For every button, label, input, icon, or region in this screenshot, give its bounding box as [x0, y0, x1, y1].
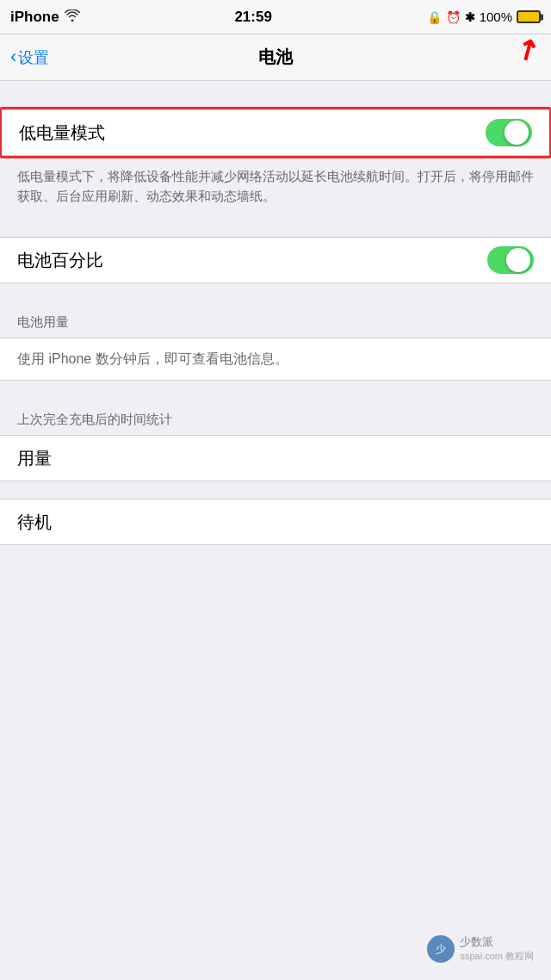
device-name: iPhone	[10, 9, 59, 26]
back-label: 设置	[18, 47, 49, 68]
battery-percentage-toggle[interactable]	[487, 246, 534, 274]
battery-icon	[517, 10, 541, 23]
battery-info-row: 使用 iPhone 数分钟后，即可查看电池信息。	[0, 338, 551, 380]
battery-percent-text: 100%	[480, 9, 512, 24]
watermark-text: 少数派 sspai.com 教程网	[460, 935, 534, 962]
toggle-thumb-2	[506, 248, 530, 272]
battery-percentage-label: 电池百分比	[17, 249, 103, 272]
watermark-url: sspai.com 教程网	[460, 950, 534, 962]
status-left: iPhone	[10, 9, 80, 26]
bluetooth-status-icon: ✱	[465, 10, 475, 24]
time-display: 21:59	[234, 9, 271, 26]
watermark-logo: 少	[427, 935, 455, 963]
bottom-gap	[0, 545, 551, 571]
back-button[interactable]: ‹ 设置	[10, 47, 49, 68]
usage-label: 用量	[17, 447, 52, 470]
section-gap-3	[0, 283, 551, 301]
section-gap-2	[0, 220, 551, 237]
back-arrow-icon: ‹	[10, 47, 16, 66]
low-power-row[interactable]: 低电量模式	[2, 110, 549, 155]
usage-section: 用量	[0, 435, 551, 481]
arrow-annotation: ↗	[511, 32, 544, 67]
page-title: 电池	[258, 46, 293, 69]
status-right: 🔒 ⏰ ✱ 100%	[427, 9, 541, 24]
standby-row[interactable]: 待机	[0, 499, 551, 544]
section-gap-4	[0, 381, 551, 398]
section-gap-5	[0, 481, 551, 499]
low-power-description: 低电量模式下，将降低设备性能并减少网络活动以延长电池续航时间。打开后，将停用邮件…	[0, 158, 551, 220]
battery-usage-section: 使用 iPhone 数分钟后，即可查看电池信息。	[0, 338, 551, 381]
usage-row[interactable]: 用量	[0, 436, 551, 481]
battery-info-text: 使用 iPhone 数分钟后，即可查看电池信息。	[17, 350, 288, 369]
battery-percentage-section: 电池百分比	[0, 237, 551, 283]
lock-status-icon: 🔒	[427, 10, 442, 24]
low-power-label: 低电量模式	[19, 121, 105, 145]
low-power-toggle[interactable]	[486, 119, 532, 146]
content-area: 低电量模式 低电量模式下，将降低设备性能并减少网络活动以延长电池续航时间。打开后…	[0, 81, 551, 571]
toggle-thumb	[505, 121, 529, 145]
battery-usage-header: 电池用量	[0, 301, 551, 338]
nav-bar: ‹ 设置 电池 ↗	[0, 34, 551, 81]
alarm-status-icon: ⏰	[446, 10, 461, 24]
low-power-section: 低电量模式	[2, 109, 549, 156]
low-power-highlight: 低电量模式	[0, 107, 551, 158]
standby-label: 待机	[17, 511, 52, 534]
last-charge-label: 上次完全充电后的时间统计	[0, 398, 551, 435]
standby-section: 待机	[0, 499, 551, 545]
section-gap-1	[0, 81, 551, 107]
watermark: 少 少数派 sspai.com 教程网	[427, 935, 534, 963]
wifi-icon	[65, 9, 80, 26]
status-bar: iPhone 21:59 🔒 ⏰ ✱ 100%	[0, 0, 551, 34]
battery-percentage-row[interactable]: 电池百分比	[0, 238, 551, 282]
